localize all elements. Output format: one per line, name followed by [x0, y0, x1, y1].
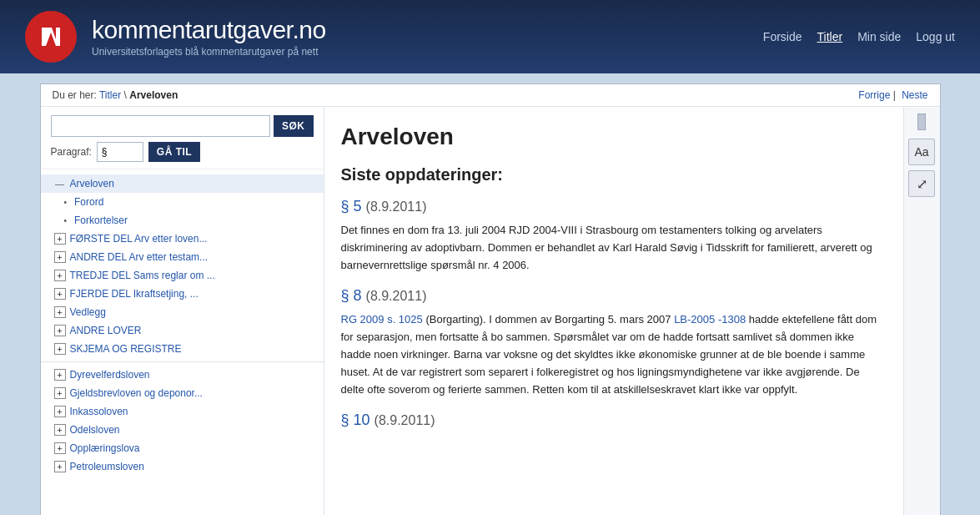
- expand-button[interactable]: ⤢: [908, 170, 935, 197]
- tree-item-fjerde-del[interactable]: + FJERDE DEL Ikraftsetjing, ...: [41, 285, 324, 303]
- paragraph-label: Paragraf:: [51, 146, 92, 158]
- lb-2005-link[interactable]: LB-2005 -1308: [674, 313, 746, 326]
- tree-item-odelsloven[interactable]: + Odelsloven: [41, 421, 324, 439]
- search-area: SØK Paragraf: GÅ TIL: [41, 107, 324, 169]
- font-size-button[interactable]: Aa: [908, 139, 935, 165]
- section-8-date: (8.9.2011): [366, 289, 427, 303]
- expand-icon-6: +: [54, 325, 66, 336]
- font-size-icon: Aa: [914, 145, 928, 159]
- content-scroll: Arveloven Siste oppdateringer: § 5 (8.9.…: [324, 107, 903, 515]
- nav-titler[interactable]: Titler: [817, 30, 843, 43]
- tree-link-petroleumsloven[interactable]: Petroleumsloven: [70, 459, 144, 474]
- nav-forrige[interactable]: Forrige: [858, 89, 890, 101]
- main-content: Arveloven Siste oppdateringer: § 5 (8.9.…: [324, 107, 940, 515]
- breadcrumb-prefix: Du er her:: [53, 89, 97, 101]
- nav-min-side[interactable]: Min side: [857, 30, 901, 43]
- section-5-date: (8.9.2011): [366, 199, 427, 214]
- breadcrumb-nav: Forrige | Neste: [855, 89, 927, 101]
- expand-icon-3: +: [54, 270, 66, 281]
- nav-logg-ut[interactable]: Logg ut: [916, 30, 955, 43]
- header-nav: Forside Titler Min side Logg ut: [763, 30, 955, 43]
- tree-link-andre-del[interactable]: ANDRE DEL Arv etter testam...: [70, 250, 209, 265]
- tree-link-forkortelser[interactable]: Forkortelser: [74, 213, 128, 228]
- nav-forside[interactable]: Forside: [763, 30, 802, 43]
- tree-item-inkassoloven[interactable]: + Inkassoloven: [41, 402, 324, 421]
- tree-link-inkassoloven[interactable]: Inkassoloven: [70, 404, 128, 419]
- expand-icon-11: +: [54, 424, 66, 436]
- nav-neste[interactable]: Neste: [902, 89, 927, 101]
- tree-item-petroleumsloven[interactable]: + Petroleumsloven: [41, 457, 324, 476]
- tree-item-forord[interactable]: • Forord: [41, 193, 324, 211]
- search-row: SØK: [51, 115, 314, 137]
- tree-item-skjema[interactable]: + SKJEMA OG REGISTRE: [41, 340, 324, 358]
- logo-circle: [25, 11, 77, 63]
- rg-2009-link[interactable]: RG 2009 s. 1025: [341, 313, 423, 326]
- tree-item-andre-del[interactable]: + ANDRE DEL Arv etter testam...: [41, 248, 324, 266]
- expand-icon-7: +: [54, 343, 66, 355]
- goto-button[interactable]: GÅ TIL: [148, 142, 200, 162]
- section-8-body: RG 2009 s. 1025 (Borgarting). I dommen a…: [341, 311, 878, 398]
- tree-link-andre-lover[interactable]: ANDRE LOVER: [70, 323, 142, 338]
- tree-item-gjeldsbrevloven[interactable]: + Gjeldsbrevloven og deponor...: [41, 384, 324, 402]
- tree-link-opplaringslova[interactable]: Opplæringslova: [70, 441, 140, 456]
- tree-link-arveloven[interactable]: Arveloven: [70, 176, 114, 191]
- expand-icon: ⤢: [917, 176, 927, 192]
- section-10-date: (8.9.2011): [374, 413, 435, 427]
- collapse-icon: —: [54, 177, 66, 191]
- breadcrumb-titler[interactable]: Titler: [99, 89, 121, 101]
- tree-item-dyrevelferdsloven[interactable]: + Dyrevelferdsloven: [41, 366, 324, 384]
- section-5-title: § 5 (8.9.2011): [341, 198, 878, 215]
- tree-link-vedlegg[interactable]: Vedlegg: [70, 305, 106, 320]
- bullet-icon: •: [64, 196, 68, 209]
- search-input[interactable]: [51, 115, 270, 137]
- expand-icon-4: +: [54, 288, 66, 300]
- tree-link-tredje-del[interactable]: TREDJE DEL Sams reglar om ...: [70, 268, 215, 283]
- breadcrumb-bar: Du er her: Titler \ Arveloven Forrige | …: [41, 84, 940, 107]
- section-5-link[interactable]: § 5: [341, 198, 362, 215]
- right-toolbar: Aa ⤢: [903, 107, 940, 515]
- site-tagline: Universitetsforlagets blå kommentarutgav…: [92, 46, 763, 58]
- tree-item-vedlegg[interactable]: + Vedlegg: [41, 303, 324, 321]
- section-5-body: Det finnes en dom fra 13. juli 2004 RJD …: [341, 222, 878, 274]
- page-title: Arveloven: [341, 124, 878, 150]
- section-8-link[interactable]: § 8: [341, 287, 362, 304]
- site-name: kommentarutgaver.no: [92, 16, 763, 44]
- section-10: § 10 (8.9.2011): [341, 411, 878, 429]
- tree-item-tredje-del[interactable]: + TREDJE DEL Sams reglar om ...: [41, 266, 324, 285]
- tree-link-fjerde-del[interactable]: FJERDE DEL Ikraftsetjing, ...: [70, 286, 199, 301]
- tree-item-forkortelser[interactable]: • Forkortelser: [41, 211, 324, 230]
- tree-item-arveloven[interactable]: — Arveloven: [41, 174, 324, 193]
- scrollbar-indicator: [917, 114, 926, 130]
- tree-item-forste-del[interactable]: + FØRSTE DEL Arv etter loven...: [41, 230, 324, 248]
- section-5: § 5 (8.9.2011) Det finnes en dom fra 13.…: [341, 198, 878, 274]
- site-title-area: kommentarutgaver.no Universitetsforlaget…: [92, 16, 763, 58]
- tree-link-odelsloven[interactable]: Odelsloven: [70, 422, 120, 437]
- tree-nav: — Arveloven • Forord • Forkortelser + FØ…: [41, 169, 324, 515]
- main-container: Du er her: Titler \ Arveloven Forrige | …: [40, 83, 941, 515]
- tree-link-forste-del[interactable]: FØRSTE DEL Arv etter loven...: [70, 231, 208, 246]
- tree-link-skjema[interactable]: SKJEMA OG REGISTRE: [70, 341, 182, 356]
- tree-item-andre-lover[interactable]: + ANDRE LOVER: [41, 321, 324, 340]
- expand-icon-8: +: [54, 369, 66, 381]
- expand-icon-12: +: [54, 442, 66, 454]
- tree-link-gjeldsbrevloven[interactable]: Gjeldsbrevloven og deponor...: [70, 386, 203, 401]
- expand-icon-5: +: [54, 306, 66, 318]
- header: kommentarutgaver.no Universitetsforlaget…: [0, 0, 980, 73]
- breadcrumb-current: Arveloven: [129, 89, 178, 101]
- sidebar: SØK Paragraf: GÅ TIL — Arveloven • Foror…: [41, 107, 324, 515]
- tree-item-opplaringslova[interactable]: + Opplæringslova: [41, 439, 324, 457]
- expand-icon-9: +: [54, 387, 66, 399]
- tree-link-dyrevelferdsloven[interactable]: Dyrevelferdsloven: [70, 367, 150, 382]
- tree-link-forord[interactable]: Forord: [74, 194, 103, 210]
- search-button[interactable]: SØK: [274, 115, 314, 137]
- breadcrumb: Du er her: Titler \ Arveloven: [53, 89, 178, 101]
- bullet-icon-2: •: [64, 215, 68, 227]
- paragraph-input[interactable]: [97, 142, 143, 162]
- section-8: § 8 (8.9.2011) RG 2009 s. 1025 (Borgarti…: [341, 287, 878, 398]
- paragraph-row: Paragraf: GÅ TIL: [51, 142, 314, 162]
- expand-icon-10: +: [54, 406, 66, 417]
- section-10-link[interactable]: § 10: [341, 411, 370, 428]
- expand-icon-13: +: [54, 461, 66, 472]
- expand-icon-1: +: [54, 233, 66, 245]
- expand-icon-2: +: [54, 251, 66, 263]
